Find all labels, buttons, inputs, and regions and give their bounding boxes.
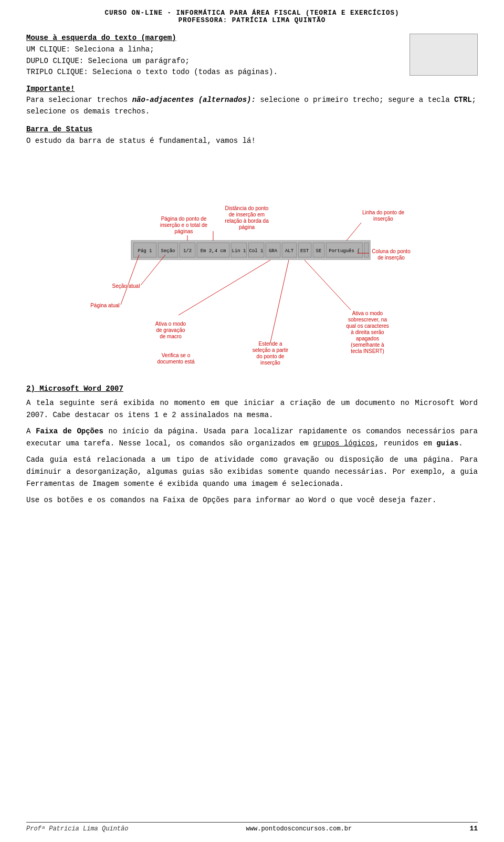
svg-text:qual os caracteres: qual os caracteres — [346, 323, 389, 329]
svg-text:Coluna do ponto: Coluna do ponto — [372, 248, 411, 254]
header-line2: PROFESSORA: PATRÍCIA LIMA QUINTÃO — [26, 17, 478, 24]
svg-line-61 — [304, 260, 351, 310]
svg-text:inserção: inserção — [260, 360, 280, 366]
svg-line-39 — [346, 223, 361, 241]
ctrl-label: CTRL — [454, 96, 472, 104]
barra-status-desc: O estudo da barra de status é fundamenta… — [26, 136, 478, 147]
svg-text:de gravação: de gravação — [156, 327, 185, 333]
svg-text:(semelhante à: (semelhante à — [351, 342, 384, 348]
svg-text:inserção: inserção — [373, 216, 393, 222]
svg-text:páginas: páginas — [174, 228, 193, 234]
mouse-line2: DUPLO CLIQUE: Seleciona um parágrafo; — [26, 57, 190, 65]
importante-section: Importante! Para selecionar trechos não-… — [26, 85, 478, 118]
svg-text:Verifica se o: Verifica se o — [162, 352, 191, 358]
mouse-section-wrapper: Mouse à esquerda do texto (margem) UM CL… — [26, 34, 478, 78]
svg-text:inserção e o total de: inserção e o total de — [160, 222, 207, 228]
importante-bold: não-adjacentes (alternados): — [132, 96, 256, 104]
barra-status-title: Barra de Status — [26, 125, 478, 133]
svg-text:do ponto de: do ponto de — [257, 354, 285, 359]
svg-text:Ativa o modo: Ativa o modo — [155, 321, 186, 327]
svg-line-53 — [270, 260, 289, 342]
svg-text:Lin 1: Lin 1 — [232, 248, 246, 254]
svg-text:Pág 1: Pág 1 — [138, 248, 152, 254]
svg-text:página: página — [239, 224, 255, 230]
mouse-content: Mouse à esquerda do texto (margem) UM CL… — [26, 34, 410, 78]
svg-text:EST: EST — [300, 248, 309, 254]
svg-text:Página do ponto de: Página do ponto de — [161, 216, 207, 222]
svg-text:Seção: Seção — [161, 248, 175, 254]
svg-text:Português (: Português ( — [329, 248, 360, 254]
section2: 2) Microsoft Word 2007 A tela seguinte s… — [26, 384, 478, 507]
svg-line-25 — [121, 255, 139, 305]
svg-text:sobrescrever, na: sobrescrever, na — [348, 317, 387, 323]
svg-rect-23 — [364, 243, 369, 257]
svg-text:de macro: de macro — [160, 334, 182, 339]
svg-text:documento está: documento está — [157, 359, 195, 365]
page-header: CURSO ON-LINE - INFORMÁTICA PARA ÁREA FI… — [26, 9, 478, 24]
svg-text:de inserção: de inserção — [377, 255, 405, 261]
diagram-svg: Pág 1 Seção 1/2 Em 2,4 cm Lin 1 Col 1 GR… — [63, 152, 441, 373]
page: CURSO ON-LINE - INFORMÁTICA PARA ÁREA FI… — [0, 0, 504, 842]
mouse-line3: TRIPLO CLIQUE: Seleciona o texto todo (t… — [26, 68, 278, 76]
svg-text:relação à borda da: relação à borda da — [225, 218, 269, 224]
barra-status-section: Barra de Status O estudo da barra de sta… — [26, 125, 478, 147]
page-footer: Profª Patrícia Lima Quintão www.pontodos… — [26, 822, 478, 833]
svg-line-46 — [178, 260, 270, 315]
mouse-lines: UM CLIQUE: Seleciona a linha; DUPLO CLIQ… — [26, 44, 404, 78]
footer-website: www.pontodosconcursos.com.br — [246, 825, 352, 833]
section2-p4: Use os botões e os comandos na Faixa de … — [26, 494, 478, 506]
svg-text:Seção atual: Seção atual — [112, 283, 140, 289]
svg-text:tecla INSERT): tecla INSERT) — [351, 348, 384, 354]
svg-text:SE: SE — [316, 248, 322, 254]
section2-p3: Cada guia está relacionada a um tipo de … — [26, 454, 478, 490]
section2-p1: A tela seguinte será exibida no momento … — [26, 397, 478, 421]
mouse-section: Mouse à esquerda do texto (margem) UM CL… — [26, 34, 404, 78]
svg-text:Distância do ponto: Distância do ponto — [225, 205, 269, 211]
svg-text:Em 2,4 cm: Em 2,4 cm — [201, 248, 226, 254]
importante-label: Importante! — [26, 85, 478, 93]
svg-text:de inserção em: de inserção em — [229, 212, 265, 217]
svg-text:seleção a partir: seleção a partir — [253, 347, 289, 353]
importante-text: Para selecionar trechos não-adjacentes (… — [26, 94, 478, 118]
svg-text:apagados: apagados — [356, 336, 379, 341]
decorative-box — [410, 34, 478, 76]
header-line1: CURSO ON-LINE - INFORMÁTICA PARA ÁREA FI… — [26, 9, 478, 17]
importante-text-before: Para selecionar trechos — [26, 96, 132, 104]
mouse-line1: UM CLIQUE: Seleciona a linha; — [26, 45, 154, 54]
grupos-logicos-underline: grupos lógicos — [313, 439, 375, 448]
section2-p2: A Faixa de Opções no início da página. U… — [26, 425, 478, 450]
status-bar-diagram: Pág 1 Seção 1/2 Em 2,4 cm Lin 1 Col 1 GR… — [63, 152, 441, 375]
mouse-title: Mouse à esquerda do texto (margem) — [26, 34, 404, 42]
svg-text:Ativa o modo: Ativa o modo — [352, 310, 383, 316]
footer-author: Profª Patrícia Lima Quintão — [26, 825, 128, 833]
svg-text:ALT: ALT — [285, 248, 294, 254]
guias-bold: guias — [436, 439, 458, 448]
importante-text-after: selecione o primeiro trecho; segure a te… — [256, 96, 454, 104]
faixa-opcoes-bold: Faixa de Opções — [36, 427, 103, 435]
section2-title: 2) Microsoft Word 2007 — [26, 384, 478, 393]
svg-text:Linha do ponto de: Linha do ponto de — [362, 210, 405, 215]
svg-text:GRA: GRA — [269, 248, 278, 254]
svg-text:1/2: 1/2 — [183, 248, 192, 254]
svg-text:Col 1: Col 1 — [249, 248, 263, 254]
svg-text:Página atual: Página atual — [90, 303, 120, 308]
svg-text:à direita serão: à direita serão — [351, 329, 384, 335]
footer-page-number: 11 — [469, 825, 478, 833]
